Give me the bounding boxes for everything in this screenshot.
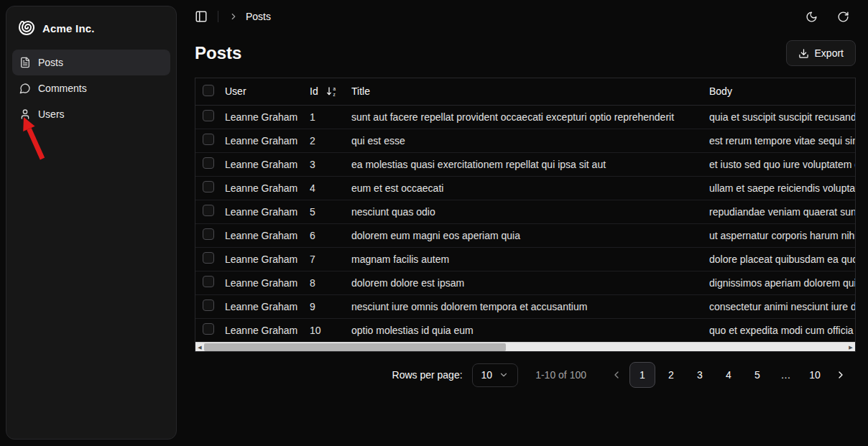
- row-checkbox[interactable]: [203, 134, 214, 145]
- horizontal-scrollbar[interactable]: ◀ ▶: [195, 342, 855, 351]
- sidebar-item-comments[interactable]: Comments: [12, 75, 170, 101]
- table-row: Leanne Graham6 dolorem eum magni eos ape…: [195, 223, 855, 247]
- column-header-body[interactable]: Body: [709, 78, 855, 105]
- table-row: Leanne Graham2 qui est esseest rerum tem…: [195, 129, 855, 152]
- file-text-icon: [19, 57, 31, 68]
- sidebar-item-posts[interactable]: Posts: [12, 50, 170, 75]
- page-button-10[interactable]: 10: [802, 362, 828, 388]
- breadcrumb[interactable]: Posts: [246, 11, 271, 22]
- page-button-4[interactable]: 4: [716, 362, 742, 388]
- brand-name: Acme Inc.: [42, 22, 95, 34]
- sidebar: Acme Inc. Posts Comments: [6, 6, 177, 440]
- export-label: Export: [815, 47, 844, 59]
- row-checkbox[interactable]: [203, 276, 214, 287]
- red-annotation-arrow: [18, 114, 50, 162]
- svg-text:a: a: [333, 86, 336, 91]
- panel-left-icon: [195, 10, 208, 23]
- topbar-divider: [218, 11, 218, 22]
- row-checkbox[interactable]: [203, 323, 214, 335]
- row-checkbox[interactable]: [203, 110, 214, 121]
- scroll-left-arrow-icon[interactable]: ◀: [195, 343, 204, 352]
- sidebar-item-label: Comments: [38, 83, 87, 94]
- page-button-3[interactable]: 3: [687, 362, 713, 388]
- chevron-right-icon: [835, 369, 846, 381]
- table-row: Leanne Graham8 dolorem dolore est ipsamd…: [195, 271, 855, 294]
- row-checkbox[interactable]: [203, 205, 214, 216]
- posts-table: User Id a z Title Body: [195, 78, 856, 352]
- column-header-id[interactable]: Id a z: [310, 78, 351, 105]
- export-button[interactable]: Export: [786, 40, 856, 66]
- table-row: Leanne Graham5 nesciunt quas odiorepudia…: [195, 200, 855, 223]
- sidebar-item-label: Posts: [38, 57, 63, 68]
- page-header: Posts Export: [177, 33, 868, 66]
- table-row: Leanne Graham7 magnam facilis autemdolor…: [195, 247, 855, 271]
- previous-page-button[interactable]: [604, 362, 629, 388]
- main-content: Posts Posts Export: [177, 0, 868, 446]
- table-header-row: User Id a z Title Body: [195, 78, 855, 105]
- rows-per-page-label: Rows per page:: [392, 369, 463, 381]
- row-checkbox[interactable]: [203, 181, 214, 192]
- pagination: Rows per page: 10 1-10 of 100 1 2 3 4 5 …: [195, 362, 854, 388]
- arrow-down-a-z-icon: a z: [326, 86, 338, 97]
- page-button-2[interactable]: 2: [658, 362, 684, 388]
- scroll-right-arrow-icon[interactable]: ▶: [846, 343, 855, 352]
- theme-toggle-button[interactable]: [805, 11, 818, 23]
- table-row: Leanne Graham9 nesciunt iure omnis dolor…: [195, 294, 855, 318]
- row-checkbox[interactable]: [203, 252, 214, 264]
- select-all-checkbox[interactable]: [203, 85, 214, 96]
- row-checkbox[interactable]: [203, 157, 214, 169]
- sidebar-toggle-button[interactable]: [195, 10, 208, 23]
- table-row: Leanne Graham10 optio molestias id quia …: [195, 318, 855, 342]
- column-header-user[interactable]: User: [225, 78, 310, 105]
- brand: Acme Inc.: [6, 6, 176, 47]
- row-checkbox[interactable]: [203, 228, 214, 240]
- table-row: Leanne Graham3 ea molestias quasi exerci…: [195, 152, 855, 176]
- table-row: Leanne Graham4 eum et est occaecatiullam…: [195, 176, 855, 200]
- column-header-title[interactable]: Title: [351, 78, 709, 105]
- page-title: Posts: [195, 43, 241, 63]
- message-circle-icon: [19, 83, 31, 94]
- refresh-icon: [837, 11, 849, 23]
- refresh-button[interactable]: [837, 11, 849, 23]
- page-button-1[interactable]: 1: [629, 362, 655, 388]
- moon-icon: [805, 11, 818, 23]
- next-page-button[interactable]: [828, 362, 854, 388]
- chevron-left-icon: [611, 369, 622, 381]
- scrollbar-thumb[interactable]: [204, 343, 506, 351]
- table-row: Leanne Graham1 sunt aut facere repellat …: [195, 105, 855, 129]
- shell-spiral-icon: [18, 19, 35, 37]
- page-range-label: 1-10 of 100: [535, 369, 586, 381]
- download-icon: [798, 48, 809, 59]
- rows-per-page-select[interactable]: 10: [472, 363, 519, 387]
- row-checkbox[interactable]: [203, 299, 214, 311]
- svg-text:z: z: [333, 92, 335, 97]
- page-button-5[interactable]: 5: [744, 362, 770, 388]
- pages-ellipsis: …: [773, 369, 799, 381]
- chevron-down-icon: [499, 370, 509, 380]
- chevron-right-icon: [228, 11, 239, 22]
- topbar: Posts: [177, 0, 868, 33]
